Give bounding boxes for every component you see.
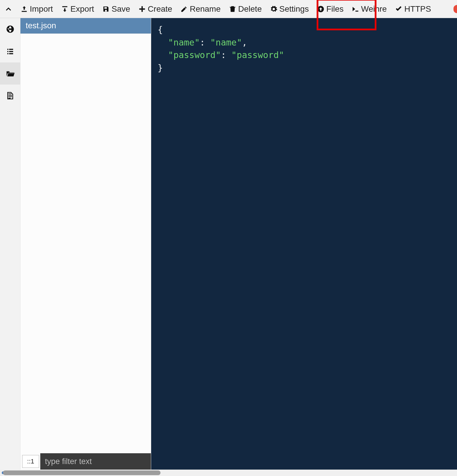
file-tree-item[interactable]: test.json bbox=[20, 18, 151, 34]
export-icon bbox=[61, 5, 69, 13]
filter-bar: ::1 bbox=[20, 453, 151, 470]
upload-circle-icon bbox=[317, 5, 325, 13]
trash-icon bbox=[229, 5, 236, 13]
filter-scope-label: ::1 bbox=[27, 458, 34, 465]
editor-key: "name" bbox=[168, 37, 200, 48]
https-button[interactable]: HTTPS bbox=[391, 0, 435, 18]
save-icon bbox=[102, 5, 110, 13]
export-button[interactable]: Export bbox=[57, 0, 98, 18]
plus-icon bbox=[138, 5, 146, 13]
file-tree-empty-area bbox=[20, 34, 151, 453]
save-label: Save bbox=[111, 4, 130, 14]
horizontal-scrollbar[interactable] bbox=[0, 470, 457, 476]
scrollbar-thumb[interactable] bbox=[3, 470, 161, 475]
collapse-toggle[interactable] bbox=[2, 0, 16, 18]
document-icon bbox=[6, 91, 15, 100]
delete-label: Delete bbox=[238, 4, 262, 14]
editor-value: "name" bbox=[210, 37, 242, 48]
list-icon bbox=[6, 47, 15, 56]
terminal-icon bbox=[352, 5, 359, 13]
code-editor[interactable]: { "name": "name", "password": "password"… bbox=[151, 18, 457, 470]
delete-button[interactable]: Delete bbox=[225, 0, 266, 18]
editor-brace-open: { bbox=[158, 24, 163, 35]
gear-icon bbox=[270, 5, 278, 13]
import-label: Import bbox=[30, 4, 53, 14]
editor-key: "password" bbox=[168, 50, 221, 60]
globe-icon bbox=[6, 25, 15, 34]
rail-document[interactable] bbox=[0, 85, 20, 107]
save-button[interactable]: Save bbox=[98, 0, 134, 18]
export-label: Export bbox=[70, 4, 94, 14]
settings-label: Settings bbox=[279, 4, 309, 14]
create-button[interactable]: Create bbox=[134, 0, 176, 18]
editor-colon: : bbox=[221, 50, 226, 60]
check-icon bbox=[395, 5, 402, 13]
status-indicator-icon bbox=[453, 5, 457, 13]
file-tree-item-label: test.json bbox=[26, 21, 56, 30]
https-label: HTTPS bbox=[404, 4, 431, 14]
editor-colon: : bbox=[200, 37, 205, 48]
rail-list[interactable] bbox=[0, 40, 20, 62]
files-label: Files bbox=[326, 4, 343, 14]
view-rail bbox=[0, 18, 20, 470]
rail-files[interactable] bbox=[0, 62, 20, 85]
import-icon bbox=[20, 5, 28, 13]
editor-brace-close: } bbox=[158, 63, 163, 73]
filter-input[interactable] bbox=[40, 453, 151, 470]
weinre-label: Weinre bbox=[361, 4, 387, 14]
rename-label: Rename bbox=[190, 4, 221, 14]
import-button[interactable]: Import bbox=[16, 0, 57, 18]
rename-button[interactable]: Rename bbox=[176, 0, 225, 18]
top-toolbar: Import Export Save Create Rename bbox=[0, 0, 457, 18]
editor-comma: , bbox=[242, 37, 247, 48]
files-button[interactable]: Files bbox=[313, 0, 348, 18]
rename-icon bbox=[180, 5, 188, 13]
filter-scope-badge[interactable]: ::1 bbox=[22, 455, 39, 468]
chevron-up-icon bbox=[5, 5, 12, 13]
folder-open-icon bbox=[6, 69, 15, 78]
settings-button[interactable]: Settings bbox=[266, 0, 313, 18]
file-tree-panel: test.json ::1 bbox=[20, 18, 151, 470]
weinre-button[interactable]: Weinre bbox=[348, 0, 391, 18]
editor-value: "password" bbox=[231, 50, 284, 60]
rail-globe[interactable] bbox=[0, 18, 20, 40]
create-label: Create bbox=[148, 4, 172, 14]
